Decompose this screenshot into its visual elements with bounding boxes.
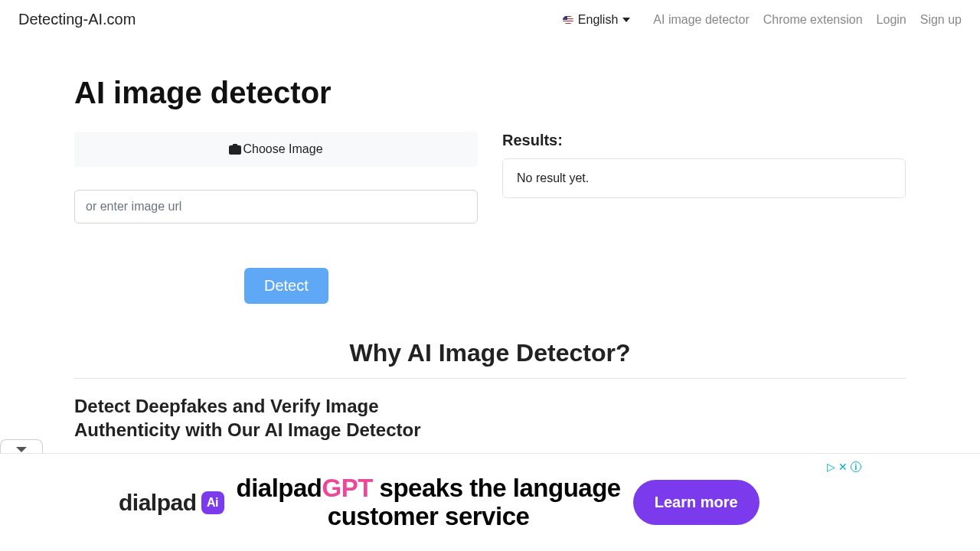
ad-headline: dialpadGPT speaks the languagecustomer s… bbox=[237, 474, 621, 530]
camera-icon bbox=[229, 144, 241, 155]
why-title: Why AI Image Detector? bbox=[74, 339, 906, 378]
chevron-down-icon bbox=[16, 447, 27, 452]
results-column: Results: No result yet. bbox=[502, 132, 906, 304]
main-row: Choose Image Detect Results: No result y… bbox=[74, 132, 906, 304]
results-label: Results: bbox=[502, 132, 906, 149]
image-url-input[interactable] bbox=[74, 190, 478, 223]
nav-signup[interactable]: Sign up bbox=[920, 13, 962, 27]
detect-button[interactable]: Detect bbox=[244, 268, 328, 304]
ad-headline-gpt: GPT bbox=[322, 474, 373, 502]
choose-image-button[interactable]: Choose Image bbox=[74, 132, 478, 167]
flag-icon bbox=[563, 16, 573, 24]
ad-meta: ▷ ✕ i bbox=[827, 461, 861, 473]
ad-headline-line2: customer service bbox=[328, 502, 530, 530]
nav-ai-image-detector[interactable]: AI image detector bbox=[653, 13, 749, 27]
language-label: English bbox=[578, 13, 618, 27]
results-box: No result yet. bbox=[502, 158, 906, 198]
choose-image-label: Choose Image bbox=[243, 142, 322, 156]
language-selector[interactable]: English bbox=[563, 13, 630, 27]
nav-links: AI image detector Chrome extension Login… bbox=[653, 13, 962, 27]
navbar: Detecting-AI.com English AI image detect… bbox=[0, 0, 980, 39]
ad-ai-badge: Ai bbox=[201, 491, 224, 514]
ad-info-icon[interactable]: i bbox=[851, 461, 861, 472]
ad-logo-text: dialpad bbox=[119, 490, 197, 516]
ad-x-icon[interactable]: ✕ bbox=[838, 461, 848, 473]
brand-logo[interactable]: Detecting-AI.com bbox=[18, 11, 136, 28]
ad-banner: ▷ ✕ i dialpad Ai dialpadGPT speaks the l… bbox=[0, 453, 980, 551]
sub-title: Detect Deepfakes and Verify Image Authen… bbox=[74, 394, 488, 442]
ad-headline-rest1: speaks the language bbox=[373, 474, 621, 502]
ad-learn-more-button[interactable]: Learn more bbox=[633, 480, 760, 525]
nav-login[interactable]: Login bbox=[877, 13, 906, 27]
divider bbox=[74, 378, 906, 379]
ad-headline-prefix: dialpad bbox=[237, 474, 322, 502]
ad-logo[interactable]: dialpad Ai bbox=[119, 490, 224, 516]
nav-chrome-extension[interactable]: Chrome extension bbox=[763, 13, 863, 27]
input-column: Choose Image Detect bbox=[74, 132, 478, 304]
page-title: AI image detector bbox=[74, 76, 906, 110]
caret-down-icon bbox=[622, 18, 630, 22]
ad-close-icon[interactable]: ▷ bbox=[827, 461, 835, 473]
